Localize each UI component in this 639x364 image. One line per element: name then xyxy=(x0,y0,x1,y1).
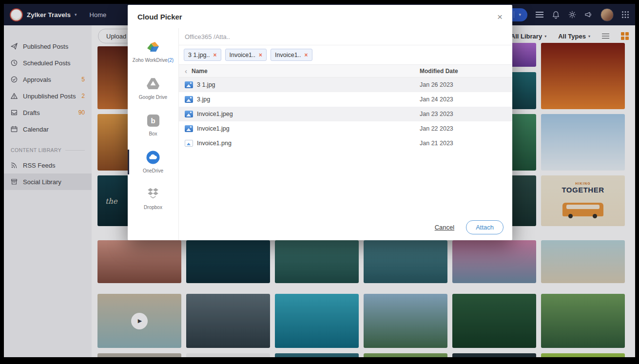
file-name: Invoice1.png xyxy=(197,140,420,147)
service-label: Dropbox xyxy=(144,205,162,211)
zoho-workdrive-icon xyxy=(146,39,160,54)
service-zoho-workdrive[interactable]: Zoho WorkDrive(2) xyxy=(128,34,178,69)
file-modified-date: Jan 23 2023 xyxy=(420,111,506,117)
chip-label: Invoice1.. xyxy=(275,52,301,58)
file-name: 3.jpg xyxy=(197,96,420,103)
image-file-icon xyxy=(185,96,193,103)
selected-files-chips: 3 1.jpg.. × Invoice1.. × Invoice1.. × xyxy=(179,45,512,65)
file-modified-date: Jan 26 2023 xyxy=(420,81,506,88)
cloud-service-list: Zoho WorkDrive(2) Google Drive b Box xyxy=(128,28,179,240)
file-chip[interactable]: Invoice1.. × xyxy=(225,49,267,61)
dialog-title: Cloud Picker xyxy=(137,13,182,21)
service-label: Google Drive xyxy=(139,95,167,101)
date-column-header[interactable]: Modified Date xyxy=(420,68,506,75)
file-row[interactable]: 3 1.jpg Jan 26 2023 xyxy=(179,77,512,92)
file-chip[interactable]: 3 1.jpg.. × xyxy=(184,49,221,61)
service-dropbox[interactable]: Dropbox xyxy=(128,181,178,216)
file-name: Invoice1.jpg xyxy=(197,125,420,132)
cancel-button[interactable]: Cancel xyxy=(435,224,454,231)
dialog-header: Cloud Picker × xyxy=(128,5,512,28)
service-label: Zoho WorkDrive(2) xyxy=(133,57,174,64)
attach-button[interactable]: Attach xyxy=(466,220,503,234)
service-label: OneDrive xyxy=(143,168,163,174)
file-row[interactable]: 3.jpg Jan 24 2023 xyxy=(179,92,512,107)
file-row[interactable]: Invoice1.jpeg Jan 23 2023 xyxy=(179,107,512,121)
service-box[interactable]: b Box xyxy=(128,108,178,143)
png-file-icon xyxy=(185,140,193,147)
file-chip[interactable]: Invoice1.. × xyxy=(271,49,312,61)
file-modified-date: Jan 21 2023 xyxy=(420,140,506,147)
image-file-icon xyxy=(185,81,193,88)
name-column-header[interactable]: Name xyxy=(192,68,420,75)
onedrive-icon xyxy=(146,150,160,165)
file-row[interactable]: Invoice1.jpg Jan 22 2023 xyxy=(179,121,512,136)
file-name: 3 1.jpg xyxy=(197,81,420,88)
file-modified-date: Jan 22 2023 xyxy=(420,125,506,132)
close-icon[interactable]: × xyxy=(497,12,503,21)
google-drive-icon xyxy=(147,77,159,91)
file-table-header: ‹ Name Modified Date xyxy=(179,65,512,77)
chip-close-icon[interactable]: × xyxy=(259,52,262,58)
service-google-drive[interactable]: Google Drive xyxy=(128,71,178,106)
image-file-icon xyxy=(185,125,193,132)
dropbox-icon xyxy=(147,187,159,201)
box-icon: b xyxy=(147,113,159,128)
breadcrumb[interactable]: Office365 /Atta.. xyxy=(179,28,512,45)
image-file-icon xyxy=(185,111,193,117)
service-onedrive[interactable]: OneDrive xyxy=(128,145,178,180)
file-name: Invoice1.jpeg xyxy=(197,111,420,117)
dialog-body: Zoho WorkDrive(2) Google Drive b Box xyxy=(128,28,512,240)
dialog-footer: Cancel Attach xyxy=(435,220,503,234)
file-row[interactable]: Invoice1.png Jan 21 2023 xyxy=(179,136,512,151)
chip-label: 3 1.jpg.. xyxy=(188,52,210,58)
chip-label: Invoice1.. xyxy=(230,52,256,58)
cloud-picker-dialog: Cloud Picker × Zoho WorkDrive(2) Google … xyxy=(128,5,512,240)
file-browser-pane: Office365 /Atta.. 3 1.jpg.. × Invoice1..… xyxy=(179,28,512,240)
back-chevron-icon[interactable]: ‹ xyxy=(185,67,187,75)
service-label: Box xyxy=(149,131,157,137)
chip-close-icon[interactable]: × xyxy=(213,52,216,58)
chip-close-icon[interactable]: × xyxy=(305,52,308,58)
application-window: Zylker Travels ▾ Home ost ▾ xyxy=(4,4,635,357)
file-modified-date: Jan 24 2023 xyxy=(420,96,506,103)
